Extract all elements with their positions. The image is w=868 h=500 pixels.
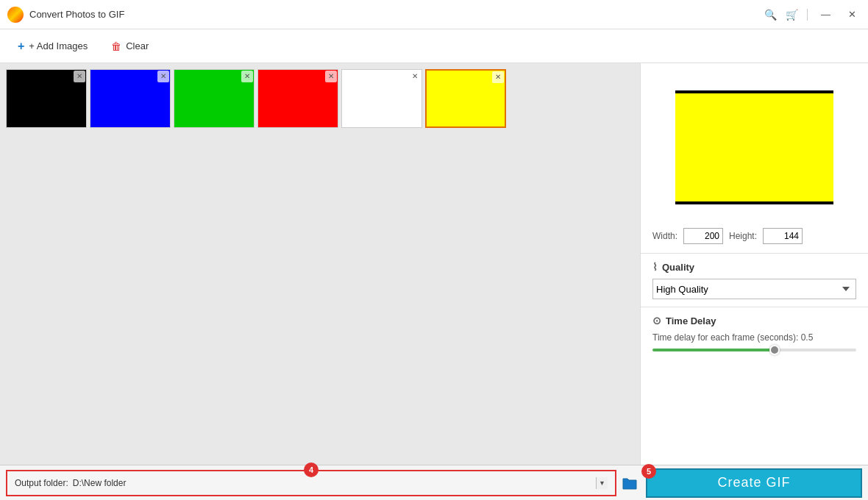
height-input[interactable] <box>763 228 803 244</box>
width-input[interactable] <box>683 228 723 244</box>
search-icon[interactable]: 🔍 <box>764 9 777 21</box>
close-green[interactable]: ✕ <box>241 71 253 82</box>
app-logo <box>7 7 24 23</box>
quality-header: ⌇ Quality <box>652 261 856 273</box>
thumb-yellow[interactable]: ✕ <box>425 69 506 128</box>
output-folder-dropdown[interactable]: ▼ <box>596 477 608 489</box>
slider-thumb[interactable] <box>769 345 780 355</box>
browse-folder-button[interactable] <box>619 473 640 493</box>
badge-5: 5 <box>641 464 656 479</box>
thumb-red[interactable]: ✕ <box>257 69 338 128</box>
time-delay-label: Time Delay <box>666 315 716 326</box>
image-area: ✕ ✕ ✕ ✕ ✕ ✕ <box>0 63 640 465</box>
quality-section: ⌇ Quality High Quality Medium Quality Lo… <box>641 254 868 307</box>
preview-image <box>675 90 833 204</box>
thumb-black[interactable]: ✕ <box>6 69 87 128</box>
app-title: Convert Photos to GIF <box>29 9 124 20</box>
title-bar-left: Convert Photos to GIF <box>7 7 124 23</box>
bottom-bar: 4 Output folder: ▼ 5 Create GIF <box>0 465 868 500</box>
output-section: 4 Output folder: ▼ <box>6 470 616 496</box>
close-black[interactable]: ✕ <box>74 71 85 82</box>
cart-icon[interactable]: 🛒 <box>786 9 798 21</box>
slider-container <box>652 349 856 351</box>
create-gif-section: 5 Create GIF <box>640 465 868 501</box>
close-button[interactable]: ✕ <box>844 7 861 21</box>
close-red[interactable]: ✕ <box>325 71 337 82</box>
time-delay-section: ⊙ Time Delay Time delay for each frame (… <box>641 307 868 359</box>
close-blue[interactable]: ✕ <box>157 71 169 82</box>
right-panel: Width: Height: ⌇ Quality High Quality Me… <box>640 63 868 465</box>
preview-area <box>641 63 868 225</box>
slider-track[interactable] <box>652 349 856 351</box>
close-yellow[interactable]: ✕ <box>492 71 504 83</box>
title-bar-right: 🔍 🛒 — ✕ <box>764 7 861 21</box>
main-layout: ✕ ✕ ✕ ✕ ✕ ✕ <box>0 63 868 465</box>
close-white[interactable]: ✕ <box>409 71 421 82</box>
image-strip: ✕ ✕ ✕ ✕ ✕ ✕ <box>6 69 634 128</box>
output-folder-label: Output folder: <box>15 478 68 488</box>
minimize-button[interactable]: — <box>817 7 835 21</box>
title-bar: Convert Photos to GIF 🔍 🛒 — ✕ <box>0 0 868 29</box>
clear-icon: 🗑 <box>111 40 121 52</box>
time-delay-icon: ⊙ <box>652 315 661 326</box>
title-divider <box>807 9 808 21</box>
toolbar: + + Add Images 🗑 Clear <box>0 29 868 63</box>
thumb-blue[interactable]: ✕ <box>90 69 171 128</box>
thumb-green[interactable]: ✕ <box>174 69 255 128</box>
quality-icon: ⌇ <box>652 261 658 273</box>
quality-select[interactable]: High Quality Medium Quality Low Quality <box>652 279 856 299</box>
dimensions-row: Width: Height: <box>641 225 868 253</box>
add-images-button[interactable]: + + Add Images <box>12 37 93 56</box>
add-icon: + <box>18 40 24 53</box>
height-label: Height: <box>729 231 757 241</box>
thumb-white[interactable]: ✕ <box>341 69 422 128</box>
badge-4: 4 <box>304 463 319 477</box>
clear-button[interactable]: 🗑 Clear <box>105 38 154 55</box>
clear-label: Clear <box>126 40 149 51</box>
add-images-label: + Add Images <box>29 40 88 51</box>
output-folder-input[interactable] <box>73 478 591 488</box>
time-delay-header: ⊙ Time Delay <box>652 315 856 326</box>
width-label: Width: <box>652 231 677 241</box>
quality-label: Quality <box>662 262 694 273</box>
create-gif-button[interactable]: Create GIF <box>646 468 862 498</box>
time-delay-frame-label: Time delay for each frame (seconds): 0.5 <box>652 332 856 343</box>
